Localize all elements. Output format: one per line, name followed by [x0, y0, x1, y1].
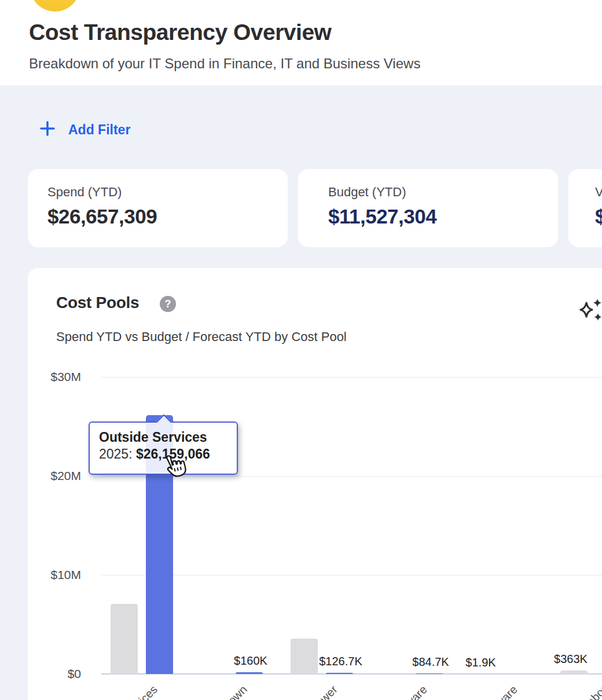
- bar-value-label-internal-labor: $363K: [530, 651, 602, 666]
- add-filter-label: Add Filter: [68, 122, 130, 138]
- bar-value-label-facilities-power: $126.7K: [300, 654, 381, 669]
- gridline--10m: [101, 575, 602, 576]
- cost-pools-card: Cost Pools ? Spend YTD vs Budget / Forec…: [28, 268, 602, 700]
- bar-value-label-unknown: $160K: [210, 653, 291, 668]
- tooltip-title: Outside Services: [99, 429, 227, 445]
- kpi-value: $11,527,304: [328, 205, 558, 228]
- bar-spend-ytd-facilities-power[interactable]: [326, 673, 353, 674]
- x-axis-label-unknown: Unknown: [149, 682, 250, 700]
- bar-budget-forecast-ytd-internal-labor[interactable]: [560, 670, 588, 674]
- kpi-value: $26,657,309: [47, 205, 288, 228]
- x-axis-label-internal-labor: Internal Labor: [509, 682, 602, 700]
- add-filter-button[interactable]: Add Filter: [38, 119, 130, 141]
- kpi-value: $: [595, 205, 602, 228]
- tooltip-caret: [155, 415, 174, 423]
- y-axis-tick--0: $0: [28, 666, 81, 681]
- sparkles-icon[interactable]: [578, 297, 602, 327]
- page-title: Cost Transparency Overview: [29, 20, 331, 45]
- page-subtitle: Breakdown of your IT Spend in Finance, I…: [29, 56, 420, 72]
- kpi-card-spend: Spend (YTD) $26,657,309: [28, 169, 288, 247]
- chart-subtitle: Spend YTD vs Budget / Forecast YTD by Co…: [56, 329, 347, 344]
- help-icon[interactable]: ?: [160, 296, 176, 312]
- x-axis-label-outside-services: Outside Services: [60, 682, 160, 700]
- kpi-label: Budget (YTD): [328, 185, 558, 200]
- kpi-card-budget: Budget (YTD) $11,527,304: [298, 169, 558, 247]
- gridline--30m: [101, 377, 602, 378]
- x-axis-label-facilities-power: Facilities & Power: [240, 682, 340, 700]
- kpi-card-variance-cutoff: V $: [568, 169, 602, 247]
- y-axis-tick--30m: $30M: [28, 369, 81, 384]
- kpi-label: Spend (YTD): [47, 185, 288, 200]
- bar-value-label-software: $1.9K: [441, 655, 522, 670]
- chart-title: Cost Pools: [56, 294, 139, 312]
- kpi-label: V: [595, 185, 602, 200]
- bar-budget-forecast-ytd-outside-services[interactable]: [111, 604, 138, 674]
- logo: [30, 0, 80, 12]
- bar-spend-ytd-hardware[interactable]: [416, 673, 443, 674]
- x-axis-label-hardware: Hardware: [329, 682, 430, 700]
- y-axis-tick--10m: $10M: [28, 567, 81, 582]
- plus-icon: [38, 119, 57, 140]
- bar-spend-ytd-unknown[interactable]: [236, 672, 263, 674]
- y-axis-tick--20m: $20M: [28, 468, 81, 483]
- x-axis-label-software: Software: [420, 682, 520, 700]
- page-header: Cost Transparency Overview Breakdown of …: [0, 0, 602, 86]
